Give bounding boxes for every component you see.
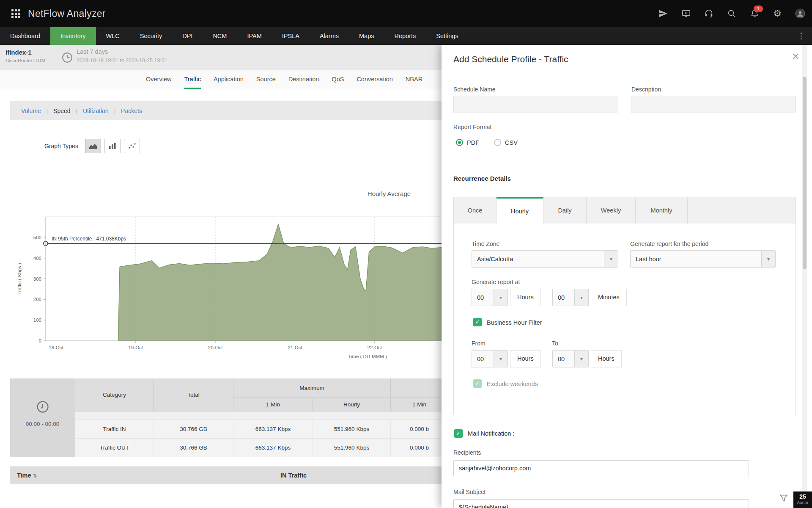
traffic-chart-container: Hourly Average18-Oct19-Oct20-Oct21-Oct22… bbox=[0, 182, 448, 373]
subtab-speed[interactable]: Speed bbox=[53, 108, 70, 114]
chevron-down-icon[interactable]: ▾ bbox=[574, 289, 588, 306]
chevron-down-icon[interactable]: ▾ bbox=[494, 289, 508, 306]
recurrence-tab-once[interactable]: Once bbox=[454, 197, 497, 224]
tab-source[interactable]: Source bbox=[256, 70, 276, 89]
nav-item-ipsla[interactable]: IPSLA bbox=[272, 27, 310, 45]
recurrence-tab-daily[interactable]: Daily bbox=[543, 197, 587, 224]
recurrence-details-heading: Recurrence Details bbox=[453, 175, 511, 182]
recurrence-tab-hourly[interactable]: Hourly bbox=[497, 197, 543, 224]
app-launcher-icon[interactable] bbox=[11, 9, 20, 18]
notifications-bell-icon[interactable]: 1 bbox=[749, 8, 760, 19]
mail-notification-checkbox[interactable]: ✓ bbox=[454, 429, 463, 438]
graph-type-bar-button[interactable] bbox=[104, 139, 121, 153]
minutes-unit-label: Minutes bbox=[591, 289, 627, 306]
mail-subject-label: Mail Subject bbox=[453, 489, 486, 495]
nav-item-maps[interactable]: Maps bbox=[349, 27, 384, 45]
from-hours-select[interactable]: 00 ▾ bbox=[472, 350, 508, 367]
support-headset-icon[interactable] bbox=[704, 8, 714, 19]
subtab-utilization[interactable]: Utilization bbox=[83, 108, 109, 114]
generate-hours-select[interactable]: 00 ▾ bbox=[472, 289, 508, 306]
cell-next-1min: 0.000 b bbox=[391, 420, 448, 439]
nav-item-wlc[interactable]: WLC bbox=[96, 27, 130, 45]
subtab-packets[interactable]: Packets bbox=[121, 108, 142, 114]
x-tick-label: 22-Oct bbox=[368, 345, 382, 350]
tab-qos[interactable]: QoS bbox=[332, 70, 344, 89]
nav-item-dpi[interactable]: DPI bbox=[172, 27, 203, 45]
live-demo-monitor-icon[interactable] bbox=[681, 8, 691, 19]
cell-max-1min: 663.137 Kbps bbox=[233, 420, 313, 439]
csv-radio[interactable] bbox=[494, 139, 501, 146]
exclude-weekends-checkbox[interactable]: ✓ bbox=[473, 379, 482, 388]
business-hour-filter-checkbox[interactable]: ✓ bbox=[473, 318, 482, 326]
scrollbar-thumb[interactable] bbox=[803, 77, 807, 269]
from-hours-value: 00 bbox=[472, 356, 494, 362]
tab-nbar[interactable]: NBAR bbox=[406, 70, 422, 89]
nav-item-reports[interactable]: Reports bbox=[384, 27, 426, 45]
tab-traffic[interactable]: Traffic bbox=[184, 70, 200, 89]
graph-type-scatter-button[interactable] bbox=[124, 139, 140, 153]
to-hours-value: 00 bbox=[553, 356, 574, 362]
graph-type-area-button[interactable] bbox=[85, 139, 101, 153]
mail-subject-input[interactable] bbox=[453, 499, 749, 508]
to-hours-select[interactable]: 00 ▾ bbox=[552, 350, 589, 367]
subtab-volume[interactable]: Volume bbox=[21, 108, 41, 114]
sort-icon[interactable]: ⇅ bbox=[33, 473, 37, 479]
report-format-label: Report Format bbox=[453, 124, 491, 130]
nav-item-alarms[interactable]: Alarms bbox=[310, 27, 349, 45]
area-chart-icon bbox=[89, 143, 97, 149]
chevron-down-icon[interactable]: ▾ bbox=[574, 351, 588, 367]
send-paper-plane-icon[interactable] bbox=[658, 8, 668, 19]
nav-item-ipam[interactable]: IPAM bbox=[237, 27, 272, 45]
nav-item-security[interactable]: Security bbox=[130, 27, 172, 45]
chevron-down-icon[interactable]: ▾ bbox=[604, 251, 618, 267]
period-label[interactable]: Last 7 days bbox=[77, 48, 108, 55]
modal-scrollbar[interactable] bbox=[802, 45, 807, 508]
tab-conversation[interactable]: Conversation bbox=[357, 70, 392, 89]
report-period-value: Last hour bbox=[631, 256, 761, 262]
tab-destination[interactable]: Destination bbox=[288, 70, 319, 89]
time-zone-label: Time Zone bbox=[472, 240, 499, 247]
generate-report-at-label: Generate report at bbox=[472, 279, 520, 285]
chart-title: Hourly Average bbox=[368, 190, 411, 197]
y-axis-title: Traffic ( Kbps ) bbox=[17, 263, 22, 295]
time-column-header[interactable]: Time⇅ bbox=[17, 467, 37, 484]
y-tick-label: 0 bbox=[39, 338, 41, 343]
alarms-count-badge[interactable]: 25 Alarms bbox=[793, 491, 812, 508]
recipients-label: Recipients bbox=[453, 449, 481, 456]
user-avatar[interactable] bbox=[795, 8, 805, 19]
recurrence-tab-monthly[interactable]: Monthly bbox=[636, 197, 688, 224]
generate-hours-value: 00 bbox=[472, 294, 494, 301]
chevron-down-icon[interactable]: ▾ bbox=[761, 251, 775, 267]
recurrence-tab-weekly[interactable]: Weekly bbox=[587, 197, 636, 224]
chevron-down-icon[interactable]: ▾ bbox=[494, 351, 508, 367]
pdf-radio[interactable] bbox=[456, 139, 463, 146]
top-bar: NetFlow Analyzer bbox=[0, 0, 812, 27]
alarms-count: 25 bbox=[793, 493, 812, 500]
settings-gear-icon[interactable]: ⚙ bbox=[772, 8, 782, 19]
close-icon[interactable]: × bbox=[792, 50, 799, 63]
traffic-area-series bbox=[118, 224, 442, 341]
tab-overview[interactable]: Overview bbox=[146, 70, 171, 89]
nav-item-ncm[interactable]: NCM bbox=[203, 27, 237, 45]
csv-radio-label: CSV bbox=[505, 139, 518, 146]
tab-application[interactable]: Application bbox=[214, 70, 244, 89]
search-icon[interactable] bbox=[727, 8, 737, 19]
nav-item-settings[interactable]: Settings bbox=[426, 27, 468, 45]
report-period-select[interactable]: Last hour ▾ bbox=[630, 250, 776, 268]
nav-overflow-menu-icon[interactable]: ⋮ bbox=[790, 27, 812, 45]
generate-minutes-select[interactable]: 00 ▾ bbox=[552, 289, 589, 306]
nav-item-dashboard[interactable]: Dashboard bbox=[0, 27, 50, 45]
from-label: From bbox=[472, 340, 486, 347]
recipients-input[interactable] bbox=[453, 460, 749, 476]
schedule-name-label: Schedule Name bbox=[453, 86, 496, 93]
time-zone-select[interactable]: Asia/Calcutta ▾ bbox=[472, 250, 618, 268]
recurrence-tabs-filler bbox=[688, 197, 796, 224]
topbar-actions: 1 ⚙ bbox=[658, 8, 812, 19]
alarm-filter-funnel-icon[interactable] bbox=[779, 494, 788, 505]
device-name: IfIndex-1 bbox=[5, 49, 32, 56]
time-period-clock-icon[interactable] bbox=[62, 52, 73, 65]
description-input[interactable] bbox=[631, 96, 796, 113]
schedule-name-input[interactable] bbox=[453, 96, 617, 113]
nav-item-inventory[interactable]: Inventory bbox=[50, 27, 96, 45]
cell-category: Traffic IN bbox=[75, 420, 154, 439]
